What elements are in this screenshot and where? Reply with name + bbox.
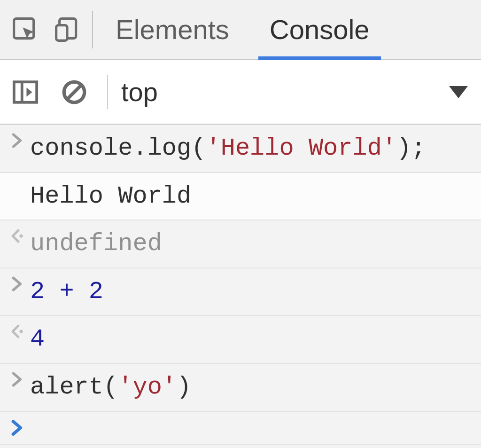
input-chevron-icon <box>5 371 30 387</box>
tabbar-separator <box>92 11 93 48</box>
console-prompt[interactable] <box>0 412 481 445</box>
console-row-input: alert('yo') <box>0 364 481 412</box>
svg-point-8 <box>19 330 23 333</box>
console-row-return: 4 <box>0 316 481 364</box>
device-toolbar-icon[interactable] <box>46 8 88 51</box>
console-line-content: 2 + 2 <box>30 276 475 308</box>
console-row-input: console.log('Hello World'); <box>0 125 481 173</box>
return-arrow-icon <box>5 228 30 244</box>
inspect-element-icon[interactable] <box>4 8 46 51</box>
svg-point-7 <box>19 235 23 238</box>
prompt-chevron-icon <box>5 419 30 436</box>
svg-line-6 <box>68 85 81 99</box>
toggle-sidebar-icon[interactable] <box>6 72 45 112</box>
console-line-content: 4 <box>30 323 475 355</box>
input-chevron-icon <box>5 133 30 149</box>
console-toolbar: top <box>0 60 481 125</box>
devtools-tabbar: Elements Console <box>0 0 481 60</box>
console-line-content: console.log('Hello World'); <box>30 133 475 165</box>
return-arrow-icon <box>5 323 30 339</box>
console-line-content: Hello World <box>30 181 475 212</box>
console-row-input: 2 + 2 <box>0 268 481 316</box>
console-row-output: Hello World <box>0 173 481 221</box>
svg-rect-2 <box>56 25 67 40</box>
svg-rect-3 <box>14 82 37 102</box>
toolbar-separator <box>107 75 108 109</box>
input-chevron-icon <box>5 276 30 292</box>
chevron-down-icon <box>449 86 468 98</box>
console-line-content: alert('yo') <box>30 371 475 403</box>
tab-console[interactable]: Console <box>260 0 379 59</box>
console-row-return: undefined <box>0 220 481 268</box>
clear-console-icon[interactable] <box>54 72 94 112</box>
console-line-content: undefined <box>30 228 475 260</box>
execution-context-label: top <box>121 77 158 107</box>
console-log-area: console.log('Hello World');Hello Worldun… <box>0 125 481 445</box>
execution-context-selector[interactable]: top <box>121 77 472 107</box>
tab-elements[interactable]: Elements <box>106 0 239 59</box>
